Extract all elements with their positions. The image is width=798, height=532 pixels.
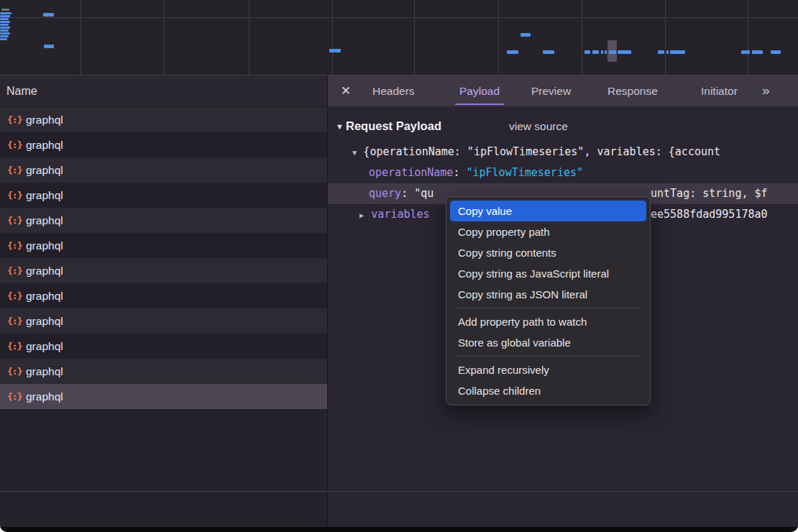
waterfall-request-bar[interactable] (543, 50, 554, 54)
waterfall-gridline (748, 0, 748, 75)
waterfall-request-bar[interactable] (618, 50, 631, 54)
waterfall-request-bar[interactable] (658, 50, 664, 54)
pane-divider[interactable] (327, 75, 328, 527)
fetch-request-icon: {:} (0, 190, 26, 201)
waterfall-gridline (582, 0, 582, 75)
menu-separator (456, 356, 641, 357)
tab-response[interactable]: Response (607, 75, 658, 106)
view-source-link[interactable]: view source (509, 120, 568, 133)
waterfall-request-bar[interactable] (0, 32, 10, 35)
menu-item-collapse-children[interactable]: Collapse children (446, 380, 650, 401)
devtools-network-panel: Name {:}graphql{:}graphql{:}graphql{:}gr… (0, 0, 798, 532)
waterfall-gridline (249, 0, 249, 75)
name-column-header[interactable]: Name (0, 75, 327, 107)
name-column-label: Name (0, 85, 37, 98)
waterfall-request-bar[interactable] (592, 50, 599, 54)
request-row[interactable]: {:}graphql (0, 233, 327, 258)
more-tabs-icon[interactable]: » (762, 75, 769, 106)
request-row[interactable]: {:}graphql (0, 334, 327, 359)
menu-item-copy-string-contents[interactable]: Copy string contents (446, 242, 650, 263)
menu-item-copy-value[interactable]: Copy value (450, 201, 646, 221)
fetch-request-icon: {:} (0, 114, 26, 125)
fetch-request-icon: {:} (0, 139, 26, 150)
section-expanded-icon[interactable]: ▼ (336, 122, 344, 131)
summary-divider (0, 491, 798, 492)
waterfall-request-bar[interactable] (666, 50, 669, 54)
property-key: operationName (369, 166, 453, 179)
waterfall-request-bar[interactable] (520, 33, 531, 37)
menu-item-copy-string-as-json-literal[interactable]: Copy string as JSON literal (446, 284, 650, 305)
property-value-string: "ipFlowTimeseries" (466, 166, 583, 179)
request-row[interactable]: {:}graphql (0, 157, 327, 183)
waterfall-request-bar[interactable] (329, 49, 341, 52)
menu-separator (456, 308, 641, 308)
menu-item-copy-property-path[interactable]: Copy property path (446, 221, 650, 242)
tab-initiator[interactable]: Initiator (701, 75, 738, 106)
details-tab-bar: ✕ HeadersPayloadPreviewResponseInitiator… (328, 75, 798, 106)
request-name: graphql (26, 365, 63, 378)
waterfall-request-bar[interactable] (0, 24, 9, 26)
waterfall-request-bar[interactable] (0, 27, 10, 29)
request-name: graphql (26, 214, 63, 227)
waterfall-request-bar[interactable] (752, 50, 763, 54)
request-name: graphql (26, 164, 63, 177)
request-row[interactable]: {:}graphql (0, 359, 327, 384)
fetch-request-icon: {:} (0, 316, 26, 326)
request-row[interactable]: {:}graphql (0, 107, 327, 132)
request-name: graphql (26, 315, 63, 328)
expanded-arrow-icon[interactable]: ▼ (352, 142, 357, 163)
waterfall-request-bar[interactable] (0, 12, 12, 14)
request-row[interactable]: {:}graphql (0, 384, 327, 409)
waterfall-request-bar[interactable] (0, 29, 9, 32)
waterfall-request-bar[interactable] (609, 50, 616, 54)
waterfall-gridline (332, 0, 333, 75)
request-payload-section-header[interactable]: ▼ Request Payload view source (328, 119, 798, 137)
waterfall-request-bar[interactable] (670, 50, 685, 54)
payload-row-operationname[interactable]: operationName: "ipFlowTimeseries" (328, 162, 798, 183)
request-name: graphql (26, 139, 63, 152)
property-value-fragment: ee5588fdad995178a0 (651, 204, 768, 225)
waterfall-request-bar[interactable] (1, 9, 9, 11)
waterfall-gridline (164, 0, 165, 75)
waterfall-request-bar[interactable] (771, 50, 781, 54)
payload-root-row[interactable]: ▼ {operationName: "ipFlowTimeseries", va… (328, 142, 798, 162)
menu-item-store-as-global-variable[interactable]: Store as global variable (446, 332, 650, 353)
request-row[interactable]: {:}graphql (0, 208, 327, 233)
payload-root-preview: {operationName: "ipFlowTimeseries", vari… (363, 145, 720, 158)
waterfall-request-bar[interactable] (0, 38, 7, 40)
waterfall-request-bar[interactable] (0, 15, 10, 17)
waterfall-request-bar[interactable] (741, 50, 750, 54)
requests-panel: Name {:}graphql{:}graphql{:}graphql{:}gr… (0, 75, 327, 527)
waterfall-request-bar[interactable] (0, 35, 9, 37)
window-bottom-edge (0, 527, 798, 532)
request-row[interactable]: {:}graphql (0, 258, 327, 283)
fetch-request-icon: {:} (0, 165, 26, 175)
menu-item-add-property-path-to-watch[interactable]: Add property path to watch (446, 311, 650, 332)
waterfall-request-bar[interactable] (0, 21, 10, 23)
request-row[interactable]: {:}graphql (0, 308, 327, 334)
request-row[interactable]: {:}graphql (0, 183, 327, 208)
waterfall-request-bar[interactable] (605, 50, 607, 54)
waterfall-request-bar[interactable] (43, 13, 54, 17)
tab-payload[interactable]: Payload (459, 75, 500, 106)
requests-list: {:}graphql{:}graphql{:}graphql{:}graphql… (0, 107, 327, 409)
section-title: Request Payload (346, 119, 441, 133)
waterfall-request-bar[interactable] (584, 50, 590, 54)
property-key: variables (364, 208, 429, 221)
request-row[interactable]: {:}graphql (0, 132, 327, 157)
waterfall-request-bar[interactable] (0, 18, 9, 20)
waterfall-request-bar[interactable] (44, 45, 54, 48)
fetch-request-icon: {:} (0, 391, 26, 402)
close-icon[interactable]: ✕ (341, 75, 351, 106)
fetch-request-icon: {:} (0, 265, 26, 276)
waterfall-request-bar[interactable] (601, 50, 603, 54)
fetch-request-icon: {:} (0, 290, 26, 301)
menu-item-copy-string-as-javascript-literal[interactable]: Copy string as JavaScript literal (446, 263, 650, 284)
request-row[interactable]: {:}graphql (0, 283, 327, 308)
tab-preview[interactable]: Preview (531, 75, 571, 106)
waterfall-request-bar[interactable] (507, 50, 518, 54)
network-overview-waterfall[interactable] (0, 0, 798, 75)
menu-item-expand-recursively[interactable]: Expand recursively (446, 359, 650, 380)
tab-headers[interactable]: Headers (372, 75, 415, 106)
waterfall-gridline (665, 0, 666, 75)
